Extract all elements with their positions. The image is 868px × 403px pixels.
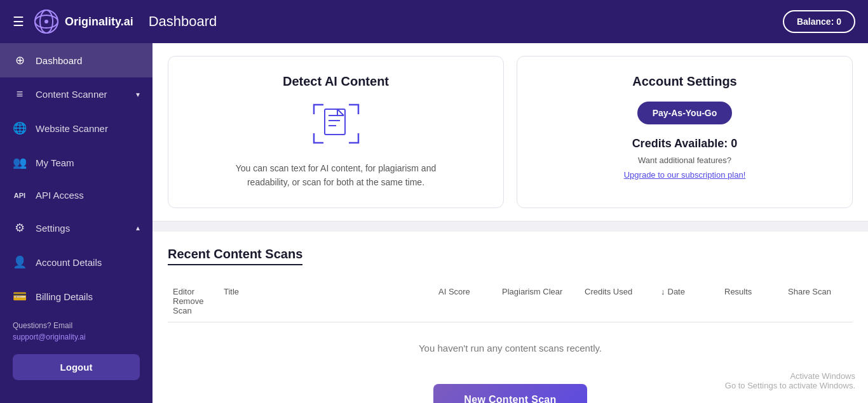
- dashboard-icon: ⊕: [13, 53, 27, 67]
- cards-row: Detect AI Content: [153, 43, 868, 221]
- pay-as-you-go-button[interactable]: Pay-As-You-Go: [637, 102, 733, 124]
- detect-ai-card: Detect AI Content: [168, 56, 504, 208]
- logo-icon: [34, 10, 58, 34]
- svg-point-3: [44, 20, 48, 23]
- sidebar-item-api-access[interactable]: API API Access: [0, 180, 153, 211]
- col-share-scan: Share Scan: [783, 287, 853, 296]
- sidebar-item-label: Billing Details: [36, 291, 93, 302]
- sidebar-item-label: Dashboard: [36, 55, 82, 66]
- detect-ai-card-description: You can scan text for AI content, for pl…: [222, 161, 451, 190]
- support-text: Questions? Email support@originality.ai: [0, 314, 153, 349]
- col-credits-used: Credits Used: [580, 287, 656, 296]
- billing-icon: 💳: [13, 289, 27, 303]
- sidebar-item-account-details[interactable]: 👤 Account Details: [0, 245, 153, 279]
- upgrade-link[interactable]: Upgrade to our subscription plan!: [624, 170, 746, 180]
- watermark: Activate Windows Go to Settings to activ…: [725, 371, 855, 390]
- sidebar-item-my-team[interactable]: 👥 My Team: [0, 145, 153, 180]
- layout: ⊕ Dashboard ≡ Content Scanner ▾ 🌐 Websit…: [0, 43, 868, 403]
- support-email-link[interactable]: support@originality.ai: [13, 333, 86, 341]
- table-header: Editor Title AI Score Plagiarism Clear C…: [168, 281, 853, 322]
- balance-badge[interactable]: Balance: 0: [783, 10, 855, 33]
- col-date[interactable]: ↓Date: [656, 287, 719, 296]
- sidebar-item-website-scanner[interactable]: 🌐 Website Scanner: [0, 111, 153, 145]
- detect-ai-icon: [311, 102, 362, 149]
- brand-name: Originality.ai: [65, 15, 133, 29]
- sort-down-icon: ↓: [661, 287, 665, 296]
- content-scanner-icon: ≡: [13, 88, 27, 101]
- credits-available-label: Credits Available: 0: [632, 137, 738, 150]
- sidebar-item-label: Settings: [36, 223, 70, 234]
- menu-icon[interactable]: ☰: [13, 14, 24, 29]
- recent-scans-title: Recent Content Scans: [168, 247, 302, 265]
- page-title: Dashboard: [149, 13, 217, 30]
- chevron-down-icon: ▾: [136, 90, 140, 99]
- sidebar-item-content-scanner[interactable]: ≡ Content Scanner ▾: [0, 77, 153, 111]
- main-content: Detect AI Content: [153, 43, 868, 403]
- header: ☰ Originality.ai Dashboard Balance: 0: [0, 0, 868, 43]
- sidebar: ⊕ Dashboard ≡ Content Scanner ▾ 🌐 Websit…: [0, 43, 153, 403]
- detect-ai-card-title: Detect AI Content: [283, 74, 389, 89]
- credits-sub-label: Want additional features?: [638, 155, 731, 165]
- account-settings-card-title: Account Settings: [632, 74, 736, 89]
- account-icon: 👤: [13, 255, 27, 269]
- col-remove-scan: Remove Scan: [168, 296, 219, 315]
- watermark-line2: Go to Settings to activate Windows.: [725, 381, 855, 390]
- team-icon: 👥: [13, 155, 27, 169]
- sidebar-item-dashboard[interactable]: ⊕ Dashboard: [0, 43, 153, 77]
- col-editor: Editor: [168, 287, 219, 296]
- sidebar-item-label: My Team: [36, 157, 74, 168]
- col-plagiarism-clear: Plagiarism Clear: [497, 287, 580, 296]
- svg-line-8: [337, 109, 344, 116]
- sidebar-item-billing-details[interactable]: 💳 Billing Details: [0, 279, 153, 314]
- globe-icon: 🌐: [13, 121, 27, 135]
- sidebar-item-label: Website Scanner: [36, 123, 108, 134]
- settings-icon: ⚙: [13, 221, 27, 235]
- api-icon: API: [13, 192, 27, 199]
- empty-scans-message: You haven't run any content scans recent…: [168, 322, 853, 374]
- chevron-up-icon: ▴: [136, 223, 140, 232]
- sidebar-item-label: API Access: [36, 190, 84, 201]
- sidebar-item-settings[interactable]: ⚙ Settings ▴: [0, 211, 153, 245]
- account-settings-card: Account Settings Pay-As-You-Go Credits A…: [517, 56, 853, 208]
- sidebar-item-label: Content Scanner: [36, 89, 107, 100]
- sidebar-item-label: Account Details: [36, 257, 102, 268]
- watermark-line1: Activate Windows: [725, 371, 855, 381]
- new-content-scan-button[interactable]: New Content Scan: [433, 384, 587, 403]
- col-results: Results: [719, 287, 783, 296]
- col-title: Title: [219, 287, 433, 296]
- logo: Originality.ai: [34, 10, 149, 34]
- col-ai-score: AI Score: [433, 287, 497, 296]
- logout-button[interactable]: Logout: [13, 354, 140, 380]
